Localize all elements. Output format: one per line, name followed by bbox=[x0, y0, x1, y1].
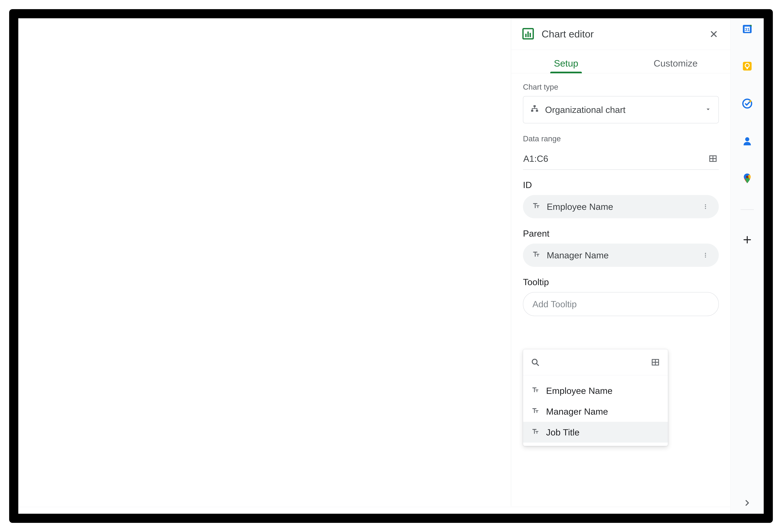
dropdown-option-label: Employee Name bbox=[546, 385, 612, 396]
org-chart-icon bbox=[530, 104, 539, 115]
id-column-chip[interactable]: Employee Name bbox=[523, 195, 719, 218]
data-range-input[interactable] bbox=[523, 153, 707, 164]
add-addon-button[interactable] bbox=[742, 235, 752, 245]
tooltip-column-dropdown: Employee Name Manager Name bbox=[523, 349, 668, 446]
dropdown-select-range-button[interactable] bbox=[649, 356, 661, 368]
expand-side-panel-button[interactable] bbox=[741, 497, 753, 509]
id-section-label: ID bbox=[523, 180, 719, 190]
search-icon[interactable] bbox=[530, 357, 541, 368]
bottom-divider bbox=[18, 507, 731, 507]
text-type-icon bbox=[531, 427, 539, 438]
id-column-value: Employee Name bbox=[547, 201, 701, 212]
tab-customize[interactable]: Customize bbox=[621, 53, 731, 73]
text-type-icon bbox=[531, 385, 539, 396]
svg-rect-15 bbox=[531, 110, 533, 112]
svg-rect-16 bbox=[536, 110, 538, 112]
keep-icon[interactable] bbox=[741, 60, 753, 72]
dropdown-caret-icon bbox=[705, 105, 712, 115]
close-button[interactable] bbox=[706, 27, 721, 42]
svg-point-9 bbox=[746, 176, 748, 178]
parent-column-more-button[interactable] bbox=[701, 250, 710, 260]
svg-point-21 bbox=[705, 253, 706, 254]
tooltip-section-label: Tooltip bbox=[523, 277, 719, 287]
id-column-more-button[interactable] bbox=[701, 202, 710, 212]
side-panel-rail: 31 bbox=[731, 18, 764, 514]
svg-rect-5 bbox=[746, 67, 748, 69]
svg-rect-14 bbox=[533, 105, 536, 107]
svg-point-22 bbox=[705, 255, 706, 256]
tasks-icon[interactable] bbox=[741, 97, 753, 110]
add-tooltip-placeholder: Add Tooltip bbox=[532, 299, 577, 309]
data-range-label: Data range bbox=[523, 134, 719, 143]
window-content: 31 bbox=[18, 18, 764, 514]
svg-point-18 bbox=[705, 204, 706, 205]
svg-point-20 bbox=[705, 208, 706, 209]
chart-editor-panel: Chart editor Setup Customize bbox=[511, 18, 731, 506]
panel-title: Chart editor bbox=[541, 28, 706, 40]
dropdown-option-job-title[interactable]: Job Title bbox=[523, 422, 668, 443]
select-range-button[interactable] bbox=[707, 153, 719, 164]
dropdown-option-label: Job Title bbox=[546, 427, 579, 438]
editor-tabs: Setup Customize bbox=[511, 53, 731, 73]
maps-icon[interactable] bbox=[741, 172, 753, 185]
calendar-icon[interactable]: 31 bbox=[741, 23, 753, 35]
chart-editor-header: Chart editor bbox=[511, 18, 731, 50]
parent-column-chip[interactable]: Manager Name bbox=[523, 243, 719, 267]
svg-point-19 bbox=[705, 206, 706, 207]
window-frame: 31 bbox=[9, 9, 773, 523]
dropdown-option-label: Manager Name bbox=[546, 406, 608, 417]
tab-setup[interactable]: Setup bbox=[511, 53, 621, 73]
parent-section-label: Parent bbox=[523, 228, 719, 238]
text-type-icon bbox=[532, 201, 540, 212]
editor-setup-body: Chart type Organizational chart bbox=[511, 73, 731, 316]
svg-point-23 bbox=[705, 257, 706, 258]
svg-rect-12 bbox=[527, 31, 529, 37]
text-type-icon bbox=[531, 406, 539, 417]
svg-point-8 bbox=[745, 137, 749, 141]
add-tooltip-button[interactable]: Add Tooltip bbox=[523, 292, 719, 316]
parent-column-value: Manager Name bbox=[547, 250, 701, 260]
svg-text:31: 31 bbox=[745, 27, 750, 32]
chart-type-select[interactable]: Organizational chart bbox=[523, 96, 719, 123]
tab-customize-label: Customize bbox=[653, 58, 698, 69]
svg-point-7 bbox=[749, 100, 751, 102]
dropdown-option-manager-name[interactable]: Manager Name bbox=[523, 401, 668, 422]
svg-rect-13 bbox=[530, 33, 531, 37]
contacts-icon[interactable] bbox=[741, 135, 753, 147]
dropdown-search-row bbox=[523, 349, 668, 375]
data-range-field bbox=[523, 148, 719, 170]
tab-setup-label: Setup bbox=[554, 58, 578, 69]
chart-icon bbox=[521, 27, 535, 41]
text-type-icon bbox=[532, 250, 540, 260]
svg-rect-11 bbox=[525, 34, 527, 37]
dropdown-option-employee-name[interactable]: Employee Name bbox=[523, 380, 668, 401]
chart-type-value: Organizational chart bbox=[545, 105, 705, 115]
rail-divider bbox=[741, 210, 754, 210]
chart-type-label: Chart type bbox=[523, 82, 719, 91]
